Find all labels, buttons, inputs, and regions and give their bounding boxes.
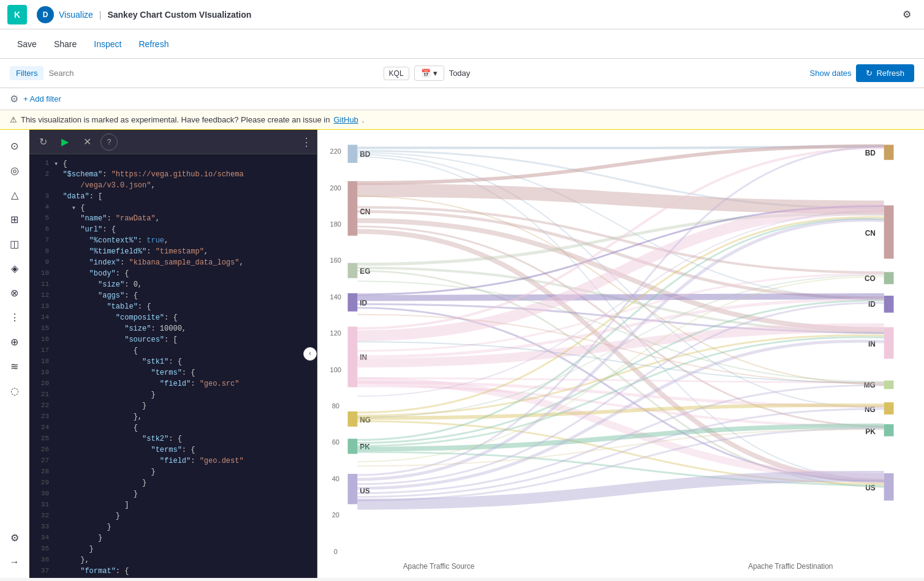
code-line: 22 }: [29, 402, 317, 413]
code-line: 4 ▾ {: [29, 203, 317, 214]
y-label: 140: [330, 293, 341, 301]
code-refresh-button[interactable]: ↻: [34, 133, 51, 151]
filter-bar: Filters KQL 📅 ▾ Today Show dates ↻ Refre…: [0, 59, 924, 88]
sidebar-item-graph[interactable]: ⋮: [4, 306, 26, 328]
add-filter-row: ⚙ + Add filter: [0, 88, 924, 110]
inspect-button[interactable]: Inspect: [86, 36, 129, 53]
warning-icon: ⚠: [10, 115, 17, 124]
sidebar-item-dashboard[interactable]: ⊞: [4, 208, 26, 230]
experimental-banner: ⚠ This visualization is marked as experi…: [0, 110, 924, 130]
code-content[interactable]: 1▾ { 2 "$schema": "https://vega.github.i…: [29, 154, 317, 578]
code-more-button[interactable]: ⋮: [301, 135, 312, 149]
left-sidebar: ⊙ ◎ △ ⊞ ◫ ◈ ⊗ ⋮ ⊕ ≋ ◌ ⚙ →: [0, 130, 29, 578]
code-line: 25 "stk2": {: [29, 435, 317, 446]
code-run-button[interactable]: ▶: [56, 133, 74, 151]
left-node-ID[interactable]: [348, 293, 358, 312]
refresh-icon: ↻: [866, 69, 873, 78]
y-label: 60: [332, 439, 339, 446]
left-node-BD[interactable]: [348, 144, 358, 163]
right-node-CN[interactable]: [884, 205, 894, 258]
sidebar-item-uptime[interactable]: ◌: [4, 380, 26, 402]
y-label: 200: [330, 184, 341, 192]
date-picker[interactable]: 📅 ▾: [414, 66, 444, 81]
calendar-icon: 📅: [421, 69, 431, 78]
user-avatar[interactable]: D: [37, 6, 54, 23]
code-editor-pane: ↻ ▶ ✕ ? ⋮ 1▾ { 2 "$schema": "https://veg…: [29, 130, 317, 578]
add-filter-button[interactable]: + Add filter: [23, 94, 61, 103]
save-button[interactable]: Save: [10, 36, 44, 53]
right-node-BD[interactable]: [884, 144, 894, 160]
filter-options-button[interactable]: ⚙: [10, 93, 18, 105]
code-line: 26 "terms": {: [29, 446, 317, 457]
banner-text: This visualization is marked as experime…: [21, 115, 330, 124]
sidebar-item-discover[interactable]: ◎: [4, 159, 26, 181]
y-label: 160: [330, 257, 341, 264]
right-node-PK[interactable]: [884, 424, 894, 437]
sidebar-item-home[interactable]: ⊙: [4, 135, 26, 157]
settings-button[interactable]: ⚙: [897, 5, 917, 24]
x-axis-right-label: Apache Traffic Destination: [748, 562, 833, 571]
sankey-chart: 220 200 180 160 140 120 100 80 60 40 20 …: [317, 130, 924, 578]
right-label-CN: CN: [865, 229, 876, 238]
refresh-button[interactable]: Refresh: [131, 36, 176, 53]
y-label: 20: [332, 511, 339, 519]
show-dates-button[interactable]: Show dates: [810, 69, 852, 78]
date-label: Today: [449, 69, 471, 78]
y-label: 80: [332, 402, 339, 410]
code-line: 20 "field": "geo.src": [29, 380, 317, 391]
sidebar-item-settings[interactable]: ⚙: [4, 527, 26, 549]
right-node-ID[interactable]: [884, 296, 894, 313]
code-help-button[interactable]: ?: [100, 133, 118, 151]
code-toolbar: ↻ ▶ ✕ ? ⋮: [29, 130, 317, 154]
code-line: 17 {: [29, 347, 317, 358]
code-line: 5 "name": "rawData",: [29, 214, 317, 225]
right-node-US[interactable]: [884, 473, 894, 501]
sidebar-item-ml[interactable]: ⊗: [4, 282, 26, 304]
y-label: 100: [330, 366, 341, 373]
left-node-PK[interactable]: [348, 439, 358, 454]
flow: [357, 206, 884, 294]
chart-pane: 220 200 180 160 140 120 100 80 60 40 20 …: [317, 130, 924, 578]
search-input[interactable]: [48, 69, 378, 78]
left-node-EG[interactable]: [348, 263, 358, 279]
code-line: 28 }: [29, 468, 317, 479]
sidebar-item-apm[interactable]: ≋: [4, 355, 26, 377]
refresh-main-button[interactable]: ↻ Refresh: [856, 64, 914, 82]
code-line: 29 }: [29, 479, 317, 490]
code-line: 8 "%timefield%": "timestamp",: [29, 247, 317, 258]
code-line: 11 "size": 0,: [29, 280, 317, 291]
code-line: 23 },: [29, 413, 317, 424]
code-line: 2 "$schema": "https://vega.github.io/sch…: [29, 170, 317, 181]
code-line: 18 "stk1": {: [29, 358, 317, 369]
sidebar-item-monitoring[interactable]: ⊕: [4, 331, 26, 353]
y-label: 0: [334, 548, 338, 555]
code-line: 10 "body": {: [29, 269, 317, 280]
code-line: 6 "url": {: [29, 225, 317, 236]
sidebar-item-maps[interactable]: ◈: [4, 257, 26, 279]
right-node-NG[interactable]: [884, 402, 894, 414]
code-line: 16 "sources": [: [29, 335, 317, 347]
left-node-IN[interactable]: [348, 326, 358, 387]
sidebar-item-collapse[interactable]: →: [4, 551, 26, 573]
code-line: 30 }: [29, 490, 317, 501]
code-line: 24 {: [29, 424, 317, 435]
code-line: 7 "%context%": true,: [29, 236, 317, 247]
left-node-NG[interactable]: [348, 411, 358, 427]
left-node-US[interactable]: [348, 474, 358, 504]
top-bar: K D Visualize | Sankey Chart Custom VIsu…: [0, 0, 924, 29]
right-node-MG[interactable]: [884, 381, 894, 389]
kql-toggle[interactable]: KQL: [384, 67, 409, 80]
sidebar-item-visualize[interactable]: △: [4, 184, 26, 206]
sidebar-item-canvas[interactable]: ◫: [4, 233, 26, 255]
share-button[interactable]: Share: [47, 36, 84, 53]
code-close-button[interactable]: ✕: [78, 133, 96, 151]
right-node-IN[interactable]: [884, 327, 894, 358]
y-label: 120: [330, 329, 341, 337]
collapse-panel-button[interactable]: ‹: [303, 347, 317, 361]
code-line: 27 "field": "geo.dest": [29, 457, 317, 468]
github-link[interactable]: GitHub: [333, 115, 358, 124]
left-node-CN[interactable]: [348, 181, 358, 236]
flow: [357, 190, 884, 208]
right-node-CO[interactable]: [884, 272, 894, 284]
breadcrumb-parent[interactable]: Visualize: [59, 10, 93, 20]
